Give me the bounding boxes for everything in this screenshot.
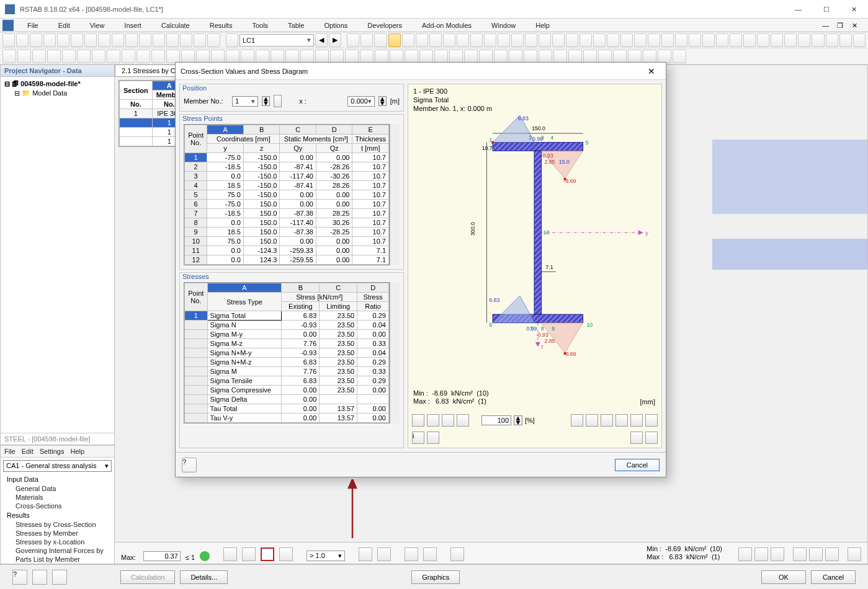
toolbar-button[interactable] — [579, 33, 592, 47]
st-type[interactable]: Sigma Delta — [207, 395, 282, 404]
window-minimize[interactable]: — — [784, 0, 812, 19]
st-type[interactable]: Tau Total — [207, 404, 282, 414]
toolbar-button[interactable] — [139, 33, 151, 47]
mdi-close[interactable]: ✕ — [852, 20, 866, 31]
st-type[interactable]: Sigma N+M-y — [207, 348, 282, 358]
toolbar-button[interactable] — [470, 33, 483, 47]
toolbar-button[interactable] — [730, 33, 742, 47]
sp-cell[interactable]: -124.3 — [243, 246, 280, 255]
mg-cell[interactable] — [120, 118, 153, 128]
sp-cell[interactable]: 10.7 — [352, 228, 389, 237]
st-rownum[interactable] — [185, 321, 208, 330]
st-existing[interactable]: 7.76 — [282, 339, 320, 348]
sp-cell[interactable]: 18.5 — [207, 228, 244, 237]
diag-rbtn[interactable] — [630, 414, 643, 427]
ws-btn[interactable] — [279, 547, 293, 561]
details-button[interactable]: Details... — [180, 570, 228, 584]
toolbar-button[interactable] — [17, 50, 31, 63]
toolbar-button[interactable] — [634, 33, 647, 47]
toolbar-button[interactable] — [702, 33, 715, 47]
sp-rownum[interactable]: 3 — [185, 172, 207, 181]
st-existing[interactable]: -0.93 — [282, 348, 320, 358]
st-limiting[interactable]: 23.50 — [320, 321, 357, 330]
zoom-stepper[interactable]: ▲▼ — [514, 415, 522, 425]
footer-btn[interactable] — [52, 570, 67, 585]
toolbar-button[interactable] — [771, 33, 783, 47]
sp-rownum[interactable]: 8 — [185, 218, 207, 228]
max-value-input[interactable] — [143, 551, 181, 561]
st-ratio[interactable]: 0.00 — [357, 414, 389, 423]
st-rownum[interactable] — [185, 348, 208, 358]
sp-cell[interactable]: 18.5 — [207, 181, 244, 190]
sp-cell[interactable]: 30.26 — [316, 218, 352, 228]
footer-btn[interactable] — [32, 570, 47, 585]
toolbar-button[interactable] — [2, 33, 15, 47]
toolbar-button[interactable] — [716, 33, 728, 47]
menu-help[interactable]: Help — [526, 20, 560, 30]
toolbar-button[interactable] — [71, 33, 83, 47]
diag-rbtn[interactable] — [601, 414, 613, 427]
toolbar-button[interactable] — [153, 33, 165, 47]
ws-rbtn[interactable] — [793, 547, 807, 561]
sp-cell[interactable]: 0.00 — [316, 153, 352, 162]
toolbar-button[interactable] — [207, 33, 220, 47]
st-existing[interactable]: 6.83 — [282, 311, 320, 321]
st-type[interactable]: Sigma Compressive — [207, 386, 282, 395]
toolbar-button[interactable] — [509, 50, 522, 63]
diag-zoom-button[interactable] — [645, 432, 658, 444]
lp-res-parts[interactable]: Parts List by Member — [4, 555, 110, 564]
st-rownum[interactable] — [185, 376, 208, 386]
ws-btn[interactable] — [423, 547, 437, 561]
toolbar-button[interactable] — [593, 33, 606, 47]
dialog-cancel-button[interactable]: Cancel — [615, 459, 660, 471]
lp-res-gov[interactable]: Governing Internal Forces by — [4, 546, 110, 555]
menu-options[interactable]: Options — [314, 20, 357, 30]
toolbar-button[interactable] — [300, 50, 314, 63]
st-limiting[interactable]: 13.57 — [320, 404, 357, 414]
toolbar-button[interactable] — [77, 50, 91, 63]
st-type[interactable]: Sigma M — [207, 367, 282, 376]
st-limiting[interactable]: 23.50 — [320, 367, 357, 376]
toolbar-button[interactable] — [449, 50, 463, 63]
toolbar-button[interactable] — [583, 50, 597, 63]
ws-btn-highlighted[interactable] — [261, 547, 274, 561]
sp-rownum[interactable]: 9 — [185, 228, 207, 237]
lp-cross-sections[interactable]: Cross-Sections — [4, 502, 110, 510]
lp-res-xloc[interactable]: Stresses by x-Location — [4, 538, 110, 546]
st-rownum[interactable] — [185, 367, 208, 376]
diag-btn[interactable] — [442, 414, 454, 427]
mdi-restore[interactable]: ❐ — [837, 20, 851, 31]
sp-rownum[interactable]: 11 — [185, 246, 207, 255]
toolbar-button[interactable] — [315, 50, 329, 63]
toolbar-button[interactable] — [539, 50, 552, 63]
sp-cell[interactable]: 0.0 — [207, 246, 244, 255]
st-rownum[interactable] — [185, 330, 208, 339]
ws-btn[interactable] — [242, 547, 256, 561]
toolbar-button[interactable] — [360, 50, 374, 63]
toolbar-button[interactable] — [180, 33, 192, 47]
toolbar-button[interactable] — [125, 33, 138, 47]
ratio-filter-combo[interactable]: > 1.0▾ — [306, 551, 345, 561]
sp-cell[interactable]: 7.1 — [352, 255, 389, 265]
toolbar-button[interactable] — [57, 33, 69, 47]
menu-file[interactable]: File — [17, 20, 48, 30]
sp-cell[interactable]: -259.55 — [280, 255, 316, 265]
toolbar-button[interactable] — [479, 50, 493, 63]
sp-rownum[interactable]: 12 — [185, 255, 207, 265]
toolbar-button[interactable] — [226, 33, 238, 47]
x-combo[interactable]: 0.000▾ — [347, 96, 375, 107]
sp-cell[interactable]: -87.38 — [280, 209, 316, 218]
toolbar-button[interactable] — [525, 33, 537, 47]
sp-cell[interactable]: 0.0 — [207, 255, 244, 265]
menu-window[interactable]: Window — [481, 20, 526, 30]
st-existing[interactable]: 0.00 — [282, 395, 320, 404]
diag-print-button[interactable] — [630, 432, 643, 444]
sp-cell[interactable]: 0.00 — [316, 237, 352, 246]
st-existing[interactable]: 0.00 — [282, 386, 320, 395]
ok-button[interactable]: OK — [761, 570, 806, 584]
st-ratio[interactable]: 0.00 — [357, 404, 389, 414]
st-rownum[interactable] — [185, 358, 208, 367]
ws-btn[interactable] — [223, 547, 237, 561]
sp-rownum[interactable]: 6 — [185, 200, 207, 209]
toolbar-button[interactable] — [30, 33, 42, 47]
